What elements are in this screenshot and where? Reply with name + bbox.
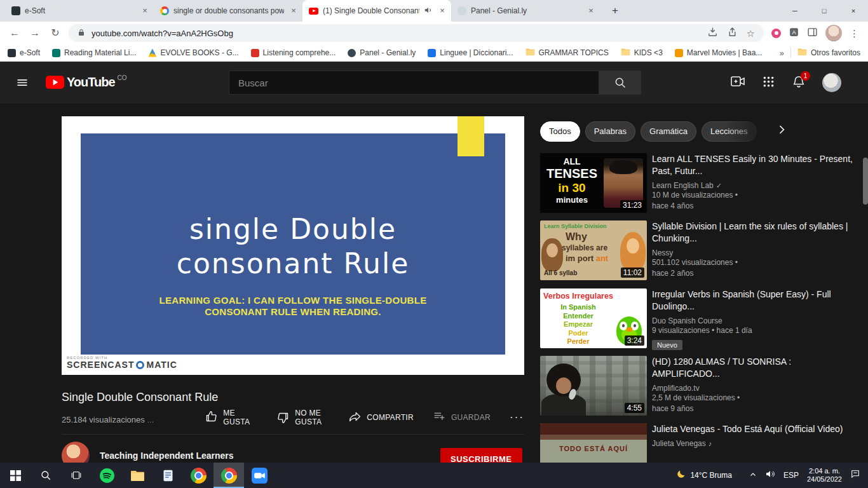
clock-widget[interactable]: 2:04 a. m. 24/05/2022 — [807, 467, 842, 484]
more-actions-button[interactable]: ··· — [510, 411, 524, 424]
browser-profile-avatar[interactable] — [825, 25, 842, 41]
bookmark-listening[interactable]: Listening comprehe... — [251, 48, 336, 57]
suggestion-channel[interactable]: Amplificado.tv — [652, 384, 858, 393]
task-view-icon[interactable] — [61, 463, 92, 488]
install-app-icon[interactable] — [707, 27, 718, 40]
tab-title: e-Soft — [25, 6, 135, 15]
tab-genially[interactable]: Panel - Genial.ly × — [451, 0, 600, 22]
spotify-icon[interactable] — [92, 463, 122, 488]
svg-text:A: A — [792, 29, 796, 36]
video-app-icon[interactable] — [244, 463, 275, 488]
save-button[interactable]: GUARDAR — [433, 410, 491, 426]
tab-audio-playing-icon[interactable] — [424, 6, 433, 17]
suggestion-info: Irregular Verbs in Spanish (Super Easy) … — [652, 288, 858, 350]
browser-menu-kebab-icon[interactable]: ⋮ — [850, 29, 859, 38]
tab-youtube-active[interactable]: (1) Single Double Consonant × — [302, 0, 451, 22]
volume-icon[interactable] — [765, 469, 775, 482]
chip-todos[interactable]: Todos — [540, 121, 580, 142]
subscribe-button[interactable]: SUSCRIBIRME — [440, 448, 522, 463]
suggestion-channel[interactable]: Duo Spanish Course — [652, 316, 858, 325]
bookmarks-overflow-chevron[interactable]: » — [780, 48, 784, 58]
file-explorer-icon[interactable] — [122, 463, 153, 488]
tab-esoft[interactable]: e-Soft × — [5, 0, 154, 22]
window-close-button[interactable]: × — [839, 0, 868, 22]
action-center-icon[interactable] — [850, 469, 860, 482]
bookmark-genially[interactable]: Panel - Genial.ly — [348, 48, 416, 57]
side-panel-icon[interactable] — [807, 27, 818, 40]
share-button[interactable]: COMPARTIR — [348, 410, 414, 426]
bookmark-evolve-books[interactable]: EVOLVE BOOKS - G... — [148, 48, 238, 57]
search-input[interactable] — [229, 71, 599, 95]
suggestion-channel[interactable]: Julieta Venegas♪ — [652, 439, 858, 448]
forward-button[interactable]: → — [25, 24, 44, 43]
channel-name[interactable]: Teaching Independent Learners — [100, 451, 234, 461]
channel-avatar[interactable] — [62, 442, 90, 463]
weather-widget[interactable]: 14°C Bruma — [676, 469, 732, 482]
apps-grid-icon[interactable] — [762, 75, 775, 91]
video-thumbnail[interactable]: ALL TENSES in 30 minutes 31:23 — [540, 153, 647, 213]
chip-gramatica[interactable]: Gramática — [641, 121, 696, 142]
page-scrollbar-thumb[interactable] — [863, 158, 868, 205]
suggestion-item[interactable]: Learn Syllable Division Why syllables ar… — [540, 220, 861, 280]
document-app-icon[interactable] — [153, 463, 183, 488]
youtube-profile-avatar[interactable] — [822, 73, 841, 92]
like-button[interactable]: ME GUSTA — [205, 409, 257, 426]
back-button[interactable]: ← — [5, 24, 24, 43]
suggestion-title[interactable]: Julieta Venegas - Todo Está Aquí (Offici… — [652, 423, 858, 435]
tab-close-icon[interactable]: × — [586, 6, 596, 16]
bookmark-folder-grammar[interactable]: GRAMMAR TOPICS — [526, 48, 609, 58]
video-thumbnail[interactable]: Learn Syllable Division Why syllables ar… — [540, 220, 647, 280]
keyboard-language[interactable]: ESP — [783, 471, 799, 480]
chip-palabras[interactable]: Palabras — [585, 121, 635, 142]
suggestion-channel[interactable]: Learn English Lab✓ — [652, 181, 858, 190]
tab-close-icon[interactable]: × — [437, 6, 447, 16]
url-text[interactable]: youtube.com/watch?v=aAnA2HGsObg — [92, 29, 233, 38]
bookmark-reading-material[interactable]: Reading Material Li... — [52, 48, 136, 57]
start-button[interactable] — [0, 463, 31, 488]
suggestion-item[interactable]: ALL TENSES in 30 minutes 31:23 Learn ALL… — [540, 153, 861, 213]
dislike-button[interactable]: NO ME GUSTA — [276, 409, 329, 426]
suggestion-item[interactable]: TODO ESTÁ AQUÍ Julieta Venegas - Todo Es… — [540, 423, 861, 463]
tab-google-search[interactable]: single or double consonants pow × — [154, 0, 302, 22]
chrome-icon[interactable] — [183, 463, 214, 488]
hidden-icons-chevron-icon[interactable] — [749, 470, 757, 481]
bookmark-label: GRAMMAR TOPICS — [539, 48, 609, 57]
extension-pink-icon[interactable] — [771, 29, 781, 38]
taskbar-search-icon[interactable] — [31, 463, 61, 488]
suggestion-item[interactable]: Verbos Irregulares In Spanish Entender E… — [540, 288, 861, 348]
chrome-active-icon[interactable] — [214, 463, 244, 488]
bookmark-esoft[interactable]: e-Soft — [8, 48, 40, 57]
address-bar[interactable]: youtube.com/watch?v=aAnA2HGsObg ☆ — [69, 24, 764, 42]
suggestion-title[interactable]: Learn ALL TENSES Easily in 30 Minutes - … — [652, 153, 858, 177]
video-thumbnail[interactable]: TODO ESTÁ AQUÍ — [540, 423, 647, 463]
suggestion-channel[interactable]: Nessy — [652, 248, 858, 257]
tab-close-icon[interactable]: × — [140, 6, 150, 16]
youtube-logo[interactable]: YouTube CO — [46, 76, 127, 89]
bookmark-star-icon[interactable]: ☆ — [747, 29, 755, 38]
video-thumbnail[interactable]: 4:55 — [540, 356, 647, 416]
window-maximize-button[interactable]: □ — [810, 0, 839, 22]
bookmark-folder-kids[interactable]: KIDS <3 — [621, 48, 663, 58]
hamburger-menu-icon[interactable] — [16, 76, 29, 92]
reload-button[interactable]: ↻ — [46, 24, 65, 43]
suggestion-title[interactable]: (HD) 1280 ALMAS / TU SONRISA : AMPLIFICA… — [652, 356, 858, 380]
translate-icon[interactable]: A — [789, 27, 799, 40]
bookmark-linguee[interactable]: Linguee | Diccionari... — [428, 48, 513, 57]
suggestion-title[interactable]: Syllable Division | Learn the six rules … — [652, 220, 858, 245]
window-minimize-button[interactable]: ─ — [780, 0, 810, 22]
video-thumbnail[interactable]: Verbos Irregulares In Spanish Entender E… — [540, 288, 647, 348]
other-bookmarks-folder[interactable]: Otros favoritos — [797, 48, 860, 58]
chips-next-chevron-icon[interactable] — [775, 123, 788, 139]
bookmark-marvel[interactable]: Marvel Movies | Baa... — [675, 48, 763, 57]
new-tab-button[interactable]: + — [606, 2, 624, 20]
notifications-bell-icon[interactable]: 1 — [792, 74, 806, 91]
share-page-icon[interactable] — [727, 27, 738, 40]
bookmark-favicon-icon — [675, 49, 683, 57]
suggestion-title[interactable]: Irregular Verbs in Spanish (Super Easy) … — [652, 288, 858, 313]
suggestion-item[interactable]: 4:55 (HD) 1280 ALMAS / TU SONRISA : AMPL… — [540, 356, 861, 416]
create-video-icon[interactable] — [730, 74, 745, 92]
video-player[interactable]: single Double consonant Rule LEARNING GO… — [62, 116, 524, 375]
search-button[interactable] — [599, 71, 641, 95]
tab-close-icon[interactable]: × — [288, 6, 299, 16]
folder-icon — [526, 48, 535, 58]
